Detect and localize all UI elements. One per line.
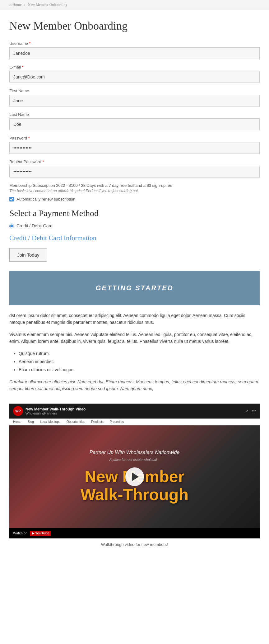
video-container: WP New Member Walk-Through Video Wholesa… — [9, 404, 260, 538]
video-thumbnail[interactable]: Partner Up With Wholesalers Nationwide A… — [9, 425, 260, 528]
first-name-input[interactable] — [9, 95, 260, 107]
credit-card-label: Credit / Debit Card — [16, 223, 53, 228]
auto-renew-container: Automatically renew subscription — [9, 197, 260, 201]
breadcrumb-home-link[interactable]: Home — [12, 2, 21, 7]
youtube-label: YouTube — [35, 531, 49, 535]
breadcrumb: ⌂ Home › New Member Onboarding — [0, 0, 269, 10]
credit-card-option: Credit / Debit Card — [9, 223, 260, 228]
page-title: New Member Onboarding — [9, 19, 260, 32]
video-nav-products: Products — [91, 420, 103, 424]
video-nav-blog: Blog — [28, 420, 34, 424]
first-name-group: First Name — [9, 88, 260, 107]
video-header-right: ↗ ••• — [245, 409, 256, 413]
video-nav-bar: Home Blog Local Meetups Opportunities Pr… — [9, 419, 260, 425]
last-name-group: Last Name — [9, 112, 260, 130]
membership-info: Membership Subscription 2022 - $100 / 28… — [9, 183, 260, 193]
email-group: E-mail * — [9, 65, 260, 83]
more-options-icon[interactable]: ••• — [252, 409, 256, 413]
credit-card-radio[interactable] — [9, 224, 14, 228]
username-input[interactable] — [9, 47, 260, 59]
email-label: E-mail * — [9, 65, 260, 69]
auto-renew-label: Automatically renew subscription — [16, 197, 75, 201]
video-header: WP New Member Walk-Through Video Wholesa… — [9, 404, 260, 419]
video-nav-meetups: Local Meetups — [40, 420, 60, 424]
username-label: Username * — [9, 41, 260, 46]
share-icon[interactable]: ↗ — [245, 409, 248, 413]
content-paragraph-2: Vivamus elementum semper nisi. Aenean vu… — [9, 331, 260, 345]
first-name-label: First Name — [9, 88, 260, 93]
video-title: New Member Walk-Through Video — [26, 407, 86, 411]
username-required-marker: * — [29, 41, 31, 46]
play-button[interactable] — [125, 467, 144, 486]
password-required-marker: * — [28, 136, 30, 140]
video-main-line2: Walk-Through — [81, 485, 189, 504]
join-today-button[interactable]: Join Today — [9, 248, 47, 262]
password-input[interactable] — [9, 142, 260, 154]
youtube-play-icon: ▶ — [32, 531, 34, 535]
video-footer: Watch on ▶ YouTube — [9, 528, 260, 538]
getting-started-banner: GETTING STARTED — [9, 271, 260, 305]
video-caption: Walkthrough video for new members! — [9, 542, 260, 547]
video-channel: WholesalingPartners — [26, 411, 86, 415]
video-subtitle: Partner Up With Wholesalers Nationwide — [9, 450, 260, 455]
password-group: Password * — [9, 136, 260, 154]
watch-on-text: Watch on — [13, 531, 27, 535]
username-group: Username * — [9, 41, 260, 59]
content-bullet-list: Quisque rutrum. Aenean imperdiet. Etiam … — [19, 350, 260, 373]
last-name-label: Last Name — [9, 112, 260, 117]
video-nav-home: Home — [13, 420, 21, 424]
payment-section-title: Select a Payment Method — [9, 208, 260, 218]
last-name-input[interactable] — [9, 118, 260, 130]
content-paragraph-1: dsLorem ipsum dolor sit amet, consectetu… — [9, 312, 260, 326]
video-header-text: New Member Walk-Through Video Wholesalin… — [26, 407, 86, 415]
card-info-title: Credit / Debit Card Information — [9, 234, 260, 242]
auto-renew-checkbox[interactable] — [9, 197, 14, 201]
video-header-left: WP New Member Walk-Through Video Wholesa… — [13, 406, 86, 416]
bullet-item-1: Quisque rutrum. — [19, 350, 260, 357]
email-input[interactable] — [9, 71, 260, 83]
bullet-item-2: Aenean imperdiet. — [19, 358, 260, 365]
repeat-password-label: Repeat Password * — [9, 159, 260, 164]
youtube-badge[interactable]: ▶ YouTube — [30, 531, 51, 536]
home-icon: ⌂ — [9, 2, 12, 7]
email-required-marker: * — [22, 65, 23, 69]
breadcrumb-current: New Member Onboarding — [28, 2, 67, 7]
payment-options: Credit / Debit Card — [9, 223, 260, 228]
repeat-password-required-marker: * — [42, 159, 44, 164]
membership-sub-text: The basic level content at an affordable… — [9, 189, 260, 193]
main-content: New Member Onboarding Username * E-mail … — [0, 10, 269, 559]
repeat-password-input[interactable] — [9, 166, 260, 178]
password-label: Password * — [9, 136, 260, 140]
wp-logo: WP — [13, 406, 23, 416]
video-nav-opportunities: Opportunities — [67, 420, 85, 424]
breadcrumb-separator: › — [24, 2, 26, 7]
content-italic-paragraph: Curabitur ullamcorper ultricies nisi. Na… — [9, 378, 260, 392]
membership-main-text: Membership Subscription 2022 - $100 / 28… — [9, 183, 260, 188]
video-tagline: A place for real estate wholesal... — [9, 458, 260, 462]
bullet-item-3: Etiam ultricies nisi vel augue. — [19, 366, 260, 373]
content-section: dsLorem ipsum dolor sit amet, consectetu… — [9, 312, 260, 404]
video-nav-properties: Properties — [110, 420, 124, 424]
repeat-password-group: Repeat Password * — [9, 159, 260, 178]
